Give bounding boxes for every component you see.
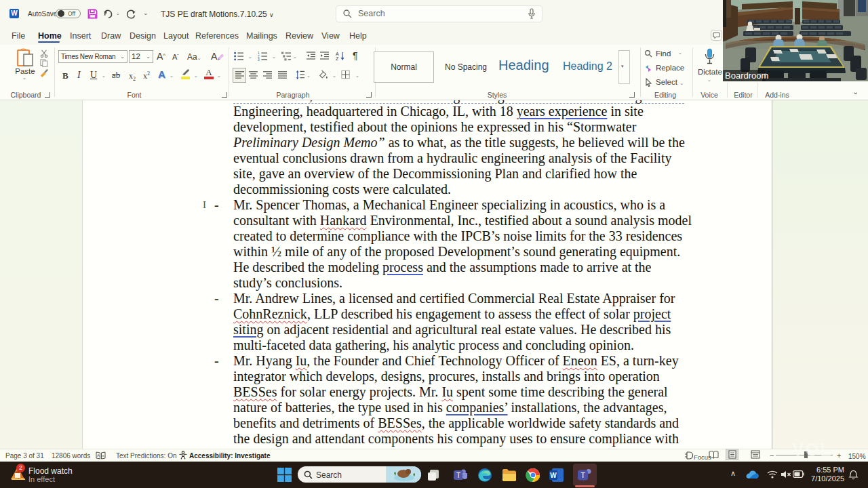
svg-text:A: A [97,453,100,458]
svg-text:T: T [580,471,585,479]
svg-text:3: 3 [258,58,260,61]
svg-text:x: x [102,453,104,458]
svg-text:W: W [550,472,557,479]
svg-text:T: T [456,472,460,479]
svg-text:A: A [336,52,339,56]
svg-text:Z: Z [336,56,339,61]
svg-text:Boardroom: Boardroom [725,70,768,81]
